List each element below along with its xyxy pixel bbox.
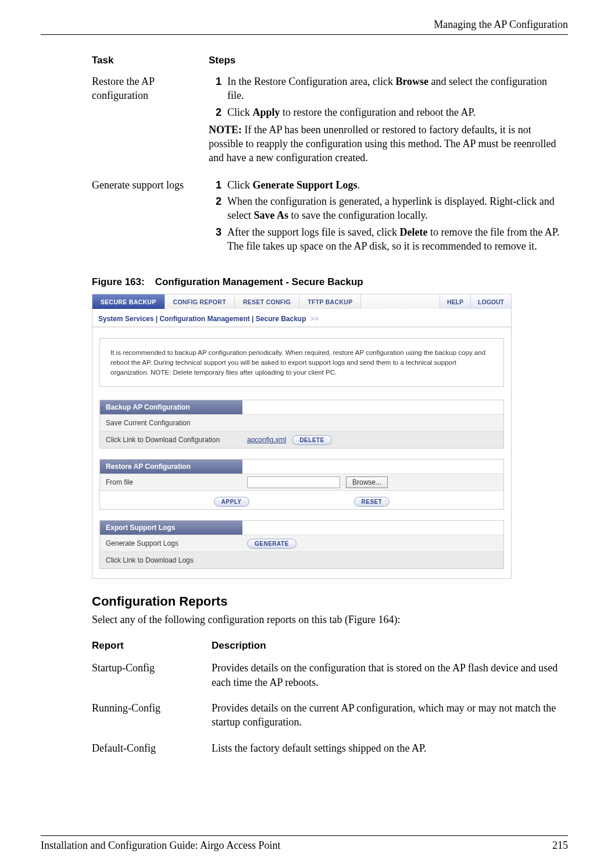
figure-caption: Figure 163:Configuration Management - Se… (92, 276, 568, 288)
export-download-label: Click Link to Download Logs (100, 553, 242, 567)
figure-number: Figure 163: (92, 276, 145, 287)
step-line: 2 Click Apply to restore the configurati… (209, 105, 564, 119)
export-row-download: Click Link to Download Logs (100, 552, 503, 568)
step-text: When the configuration is generated, a h… (227, 194, 564, 223)
step-text: Click Generate Support Logs. (227, 178, 564, 192)
tab-config-report[interactable]: CONFIG REPORT (165, 294, 235, 309)
step-number: 2 (209, 105, 227, 119)
backup-row-download: Click Link to Download Configuration apc… (100, 431, 503, 448)
restore-panel: Restore AP Configuration From file Brows… (99, 459, 504, 510)
breadcrumb: System Services | Configuration Manageme… (92, 309, 511, 328)
delete-button[interactable]: DELETE (292, 435, 331, 445)
note-label: NOTE: (209, 124, 242, 136)
step-text: Click Apply to restore the configuration… (227, 105, 564, 119)
restore-fromfile-label: From file (100, 475, 242, 489)
tab-bar: SECURE BACKUP CONFIG REPORT RESET CONFIG… (92, 294, 511, 309)
report-table: Report Description Startup-Config Provid… (92, 635, 568, 763)
note-text: If the AP has been unenrolled or restore… (209, 124, 556, 164)
breadcrumb-arrows-icon: >> (310, 315, 319, 323)
apply-button[interactable]: APPLY (214, 497, 249, 507)
report-desc: Lists the factory default settings shipp… (212, 738, 568, 763)
tab-reset-config[interactable]: RESET CONFIG (235, 294, 299, 309)
report-name: Running-Config (92, 698, 212, 738)
backup-download-label: Click Link to Download Configuration (100, 433, 242, 447)
backup-save-label: Save Current Configuration (100, 416, 242, 430)
report-desc: Provides details on the current AP confi… (212, 698, 568, 738)
step-number: 3 (209, 225, 227, 254)
table-row: Default-Config Lists the factory default… (92, 738, 568, 763)
figure-title: Configuration Management - Secure Backup (155, 276, 363, 287)
description-header: Description (212, 635, 568, 657)
page-number: 215 (552, 839, 568, 852)
step-text-bold: Save As (253, 209, 288, 221)
backup-panel: Backup AP Configuration Save Current Con… (99, 400, 504, 449)
restore-row-fromfile: From file Browse... (100, 474, 503, 490)
step-line: 1 Click Generate Support Logs. (209, 178, 564, 192)
browse-button[interactable]: Browse... (346, 476, 388, 488)
backup-row-save: Save Current Configuration (100, 414, 503, 431)
step-text-pre: Click (227, 106, 253, 118)
footer-rule (41, 835, 568, 836)
info-panel: It is recommended to backup AP configura… (99, 338, 504, 387)
table-row: Restore the AP configuration 1 In the Re… (92, 72, 568, 176)
step-line: 1 In the Restore Configuration area, cli… (209, 74, 564, 103)
table-row: Running-Config Provides details on the c… (92, 698, 568, 738)
report-desc: Provides details on the configuration th… (212, 657, 568, 698)
step-number: 1 (209, 74, 227, 103)
section-heading: Configuration Reports (92, 594, 568, 609)
step-text-post: to save the configuration locally. (288, 209, 428, 221)
help-button[interactable]: HELP (440, 294, 470, 309)
section-intro: Select any of the following configuratio… (92, 613, 568, 627)
reset-button[interactable]: RESET (354, 497, 390, 507)
task-header: Task (92, 52, 209, 72)
restore-button-row: APPLY RESET (100, 490, 503, 509)
export-generate-label: Generate Support Logs (100, 536, 242, 550)
step-text-bold: Delete (399, 226, 427, 238)
task-cell-restore: Restore the AP configuration (92, 72, 209, 176)
steps-header: Steps (209, 52, 568, 72)
step-text-pre: In the Restore Configuration area, click (227, 76, 395, 87)
backup-section-header: Backup AP Configuration (100, 400, 242, 414)
footer-title: Installation and Configuration Guide: Ai… (41, 839, 281, 852)
step-text: After the support logs file is saved, cl… (227, 225, 564, 254)
tab-secure-backup[interactable]: SECURE BACKUP (92, 294, 165, 309)
step-number: 2 (209, 194, 227, 223)
step-text: In the Restore Configuration area, click… (227, 74, 564, 103)
apconfig-link[interactable]: apconfig.xml (247, 436, 286, 444)
step-text-post: . (358, 179, 360, 191)
table-row: Generate support logs 1 Click Generate S… (92, 176, 568, 266)
task-steps-table: Task Steps Restore the AP configuration … (92, 52, 568, 266)
breadcrumb-text: System Services | Configuration Manageme… (98, 315, 306, 323)
step-text-post: to restore the configuration and reboot … (280, 106, 476, 118)
logout-button[interactable]: LOGOUT (470, 294, 511, 309)
report-header: Report (92, 635, 212, 657)
step-text-bold: Browse (395, 76, 428, 87)
running-header: Managing the AP Configuration (41, 19, 568, 31)
note-block: NOTE: If the AP has been unenrolled or r… (209, 123, 564, 165)
task-cell-logs: Generate support logs (92, 176, 209, 266)
table-row: Startup-Config Provides details on the c… (92, 657, 568, 698)
report-name: Startup-Config (92, 657, 212, 698)
export-row-generate: Generate Support Logs GENERATE (100, 535, 503, 552)
step-text-bold: Generate Support Logs (253, 179, 358, 191)
tab-spacer (361, 294, 440, 309)
step-number: 1 (209, 178, 227, 192)
restore-section-header: Restore AP Configuration (100, 460, 242, 474)
tab-tftp-backup[interactable]: TFTP BACKUP (299, 294, 361, 309)
step-text-pre: Click (227, 179, 253, 191)
step-text-pre: After the support logs file is saved, cl… (227, 226, 399, 238)
page-footer: Installation and Configuration Guide: Ai… (41, 835, 568, 852)
export-panel: Export Support Logs Generate Support Log… (99, 520, 504, 569)
step-text-bold: Apply (253, 106, 280, 118)
restore-file-input[interactable] (247, 476, 340, 488)
header-rule (41, 34, 568, 35)
step-line: 2 When the configuration is generated, a… (209, 194, 564, 223)
generate-button[interactable]: GENERATE (247, 539, 296, 549)
step-line: 3 After the support logs file is saved, … (209, 225, 564, 254)
export-section-header: Export Support Logs (100, 521, 242, 535)
report-name: Default-Config (92, 738, 212, 763)
screenshot-ui: SECURE BACKUP CONFIG REPORT RESET CONFIG… (92, 294, 512, 579)
